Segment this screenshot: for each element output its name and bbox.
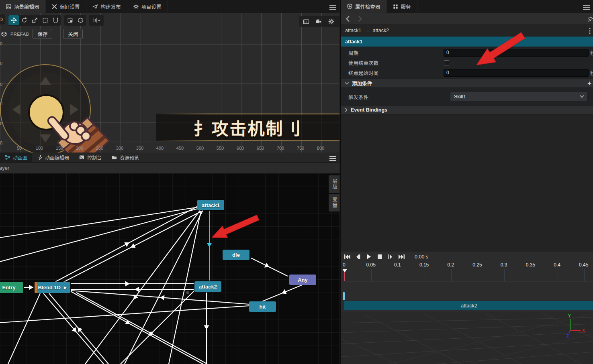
3d-preview-viewport[interactable]: Y X Z [341, 312, 593, 364]
add-condition-section[interactable]: 添加条件 + [341, 79, 593, 88]
rotate-tool-button[interactable] [19, 15, 29, 25]
2d-toggle-button[interactable]: D [0, 14, 5, 24]
snap-tool-button[interactable] [65, 15, 75, 25]
tab-scene-editor[interactable]: 场景编辑器 [0, 0, 46, 13]
state-node-any[interactable]: Any [289, 275, 316, 285]
skip-to-start-button[interactable] [344, 253, 351, 260]
editor-root: 场景编辑器 偏好设置 构建发布 项目设置 D [0, 0, 593, 364]
state-node-attack1[interactable]: attack1 [197, 200, 224, 210]
chevron-down-icon [345, 82, 349, 85]
tab-project-settings[interactable]: 项目设置 [127, 0, 168, 13]
event-bindings-section[interactable]: Event Bindings [341, 105, 593, 114]
property-row-exit-count: 使用结束次数 [341, 59, 593, 67]
ruler-number: 700 [274, 146, 286, 150]
property-row-dest-start: 终点起始时间 秒 [341, 69, 593, 77]
ruler-number: 0 [0, 101, 4, 106]
step-back-button[interactable] [354, 253, 362, 260]
animation-track[interactable]: attack2 [344, 301, 593, 310]
gizmo-settings-button[interactable] [90, 15, 103, 25]
dest-start-input[interactable] [444, 69, 589, 77]
breadcrumb-to[interactable]: attack2 [373, 28, 389, 33]
ruler-number: 250 [94, 146, 106, 150]
prefab-save-button[interactable]: 保存 [33, 29, 52, 39]
back-icon[interactable] [346, 16, 350, 22]
timeline-panel: 0.00 s 00.050.10.150.20.250.30.350.40.45… [341, 252, 593, 312]
side-tab-hierarchy[interactable]: 层级 [329, 175, 339, 193]
u-shape-icon [53, 17, 59, 23]
state-node-die[interactable]: die [223, 250, 249, 260]
state-node-hit[interactable]: hit [249, 301, 276, 312]
prefab-close-button[interactable]: 关闭 [63, 29, 83, 39]
rect-tool-button[interactable] [40, 15, 50, 25]
timeline-ruler[interactable] [344, 269, 593, 281]
tab-label: 动画图 [13, 154, 27, 161]
wrench-icon [52, 4, 57, 9]
ruler-number: 100 [33, 146, 45, 150]
aspect-ratio-button[interactable] [301, 16, 311, 26]
side-tab-variables[interactable]: 变量 [329, 194, 339, 211]
panel-config-button[interactable] [338, 16, 339, 26]
state-node-entry[interactable]: Entry [0, 282, 23, 293]
tab-inspector[interactable]: 属性检查器 [341, 0, 387, 13]
breadcrumb-from[interactable]: attack1 [345, 28, 361, 33]
state-machine-canvas[interactable]: EntryBlend 1D▶attack1attack2diehitAny 层级… [0, 173, 339, 364]
tab-console[interactable]: 控制台 [74, 153, 107, 162]
tab-label: 构建发布 [101, 3, 121, 10]
scene-view-options [299, 16, 339, 27]
state-node-blend1d[interactable]: Blend 1D▶ [35, 282, 70, 293]
section-title: 添加条件 [352, 79, 372, 87]
ruler-number: 50 [13, 146, 25, 150]
ruler-tick [398, 269, 398, 281]
tab-label: 控制台 [87, 154, 102, 161]
tab-build[interactable]: 构建发布 [86, 0, 127, 13]
tab-animation-graph[interactable]: 动画图 [0, 153, 33, 162]
camera-button[interactable] [313, 16, 324, 26]
track-start-marker[interactable] [343, 292, 345, 300]
gizmo-tool-button[interactable] [50, 15, 61, 25]
stop-button[interactable] [376, 253, 383, 260]
panel-menu-icon[interactable] [329, 155, 336, 161]
add-condition-button[interactable]: + [587, 79, 591, 87]
rotate-icon [21, 17, 27, 23]
tick-label: 0.15 [416, 262, 432, 268]
duration-input[interactable] [444, 49, 589, 57]
rect-transform-icon [42, 17, 48, 23]
more-options-icon[interactable] [589, 28, 591, 34]
property-label: 周期 [348, 49, 358, 57]
panel-menu-icon[interactable] [329, 4, 336, 9]
trigger-select[interactable]: Skill1 [450, 92, 587, 101]
ruler-number: 150 [53, 146, 65, 150]
state-node-attack2[interactable]: attack2 [194, 281, 221, 292]
scale-tool-button[interactable] [29, 15, 40, 25]
property-label: 使用结束次数 [348, 59, 378, 67]
title-banner: 扌攻击机制刂 [156, 114, 339, 141]
inspector-badge-icon [347, 4, 352, 9]
transition-properties: 周期 秒 使用结束次数 终点起始时间 秒 [341, 47, 593, 79]
tab-preferences[interactable]: 偏好设置 [46, 0, 86, 13]
exit-count-checkbox[interactable] [444, 60, 449, 65]
scene-viewport[interactable]: D [0, 13, 339, 153]
skip-to-end-button[interactable] [398, 253, 405, 260]
snap-3d-button[interactable] [75, 15, 86, 25]
playhead-line [344, 272, 345, 281]
paper-plane-icon [92, 4, 98, 9]
track-label: attack2 [461, 303, 477, 309]
forward-icon[interactable] [358, 16, 362, 22]
tab-label: 偏好设置 [60, 3, 80, 10]
panel-menu-icon[interactable] [583, 4, 590, 9]
scene-gear-button[interactable] [326, 16, 336, 26]
node-label: Blend 1D [38, 285, 60, 291]
banner-top-line [156, 114, 339, 114]
chevron-down-icon [580, 95, 584, 98]
tab-animation-editor[interactable]: 动画编辑器 [33, 153, 74, 162]
step-forward-button[interactable] [387, 253, 394, 260]
pin-icon[interactable] [588, 16, 593, 22]
move-tool-button[interactable] [8, 15, 19, 25]
ruler-number: 300 [114, 146, 126, 150]
transition-source-header[interactable]: attack1 [341, 37, 593, 47]
transform-toolbar [8, 14, 104, 26]
play-button[interactable] [365, 253, 372, 260]
tab-asset-preview[interactable]: 资源预览 [107, 153, 144, 162]
prefab-cube-icon [1, 31, 7, 37]
tab-services[interactable]: 服务 [387, 0, 417, 13]
